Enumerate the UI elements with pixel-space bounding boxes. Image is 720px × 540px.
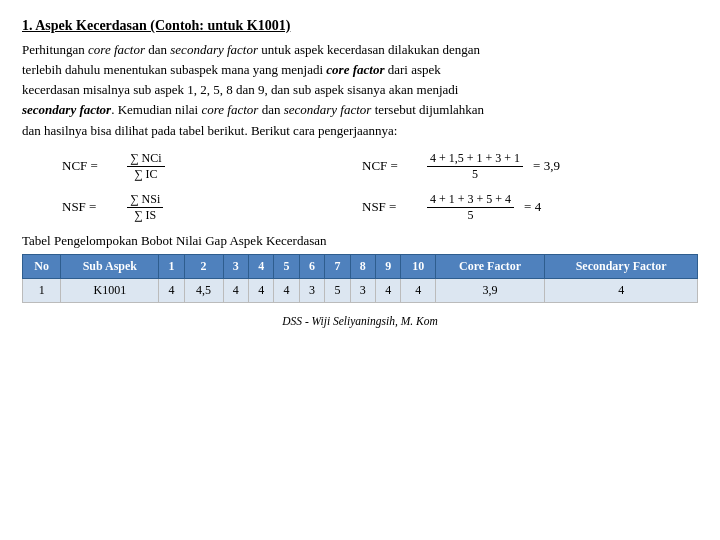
table-header-cell: 6 bbox=[299, 254, 324, 278]
para-and2: dan bbox=[258, 102, 283, 117]
para-text-2: terlebih dahulu menentukan subaspek mana… bbox=[22, 62, 326, 77]
core-factor-bold1: core factor bbox=[326, 62, 384, 77]
ncf-numeric-denom: 5 bbox=[469, 167, 481, 182]
ncf-numeric-fraction: 4 + 1,5 + 1 + 3 + 1 5 bbox=[427, 151, 523, 182]
table-cell: 4,5 bbox=[184, 278, 223, 302]
nsf-label: NSF = bbox=[62, 199, 117, 215]
nsf-numeric-fraction: 4 + 1 + 3 + 5 + 4 5 bbox=[427, 192, 514, 223]
table-header-row: NoSub Aspek12345678910Core FactorSeconda… bbox=[23, 254, 698, 278]
table-cell: 4 bbox=[376, 278, 401, 302]
para-rest1: untuk aspek kecerdasan dilakukan dengan bbox=[258, 42, 480, 57]
para-rest3: . Kemudian nilai bbox=[111, 102, 201, 117]
table-header-cell: 5 bbox=[274, 254, 299, 278]
table-header-cell: 9 bbox=[376, 254, 401, 278]
table-body: 1K100144,5444353443,94 bbox=[23, 278, 698, 302]
ncf-eq2-label: NCF = bbox=[362, 158, 417, 174]
table-header-cell: 3 bbox=[223, 254, 248, 278]
table-header-cell: 10 bbox=[401, 254, 435, 278]
table-row: 1K100144,5444353443,94 bbox=[23, 278, 698, 302]
table-caption: Tabel Pengelompokan Bobot Nilai Gap Aspe… bbox=[22, 233, 698, 249]
table-cell: 4 bbox=[223, 278, 248, 302]
nsf-eq2-label: NSF = bbox=[362, 199, 417, 215]
secondary-factor-bold1: secondary factor bbox=[22, 102, 111, 117]
table-header-cell: 1 bbox=[159, 254, 184, 278]
para-and1: dan bbox=[145, 42, 170, 57]
table-cell: 3 bbox=[299, 278, 324, 302]
nsf-result: = 4 bbox=[524, 199, 541, 215]
ncf-label: NCF = bbox=[62, 158, 117, 174]
table-header: NoSub Aspek12345678910Core FactorSeconda… bbox=[23, 254, 698, 278]
nsf-symbolic-line: NSF = ∑ NSi ∑ IS bbox=[62, 192, 342, 223]
para-text-1: Perhitungan bbox=[22, 42, 88, 57]
ncf-numeric-numer: 4 + 1,5 + 1 + 3 + 1 bbox=[427, 151, 523, 167]
table-header-cell: 7 bbox=[325, 254, 350, 278]
footer-text: DSS - Wiji Seliyaningsih, M. Kom bbox=[22, 315, 698, 327]
nsf-fraction: ∑ NSi ∑ IS bbox=[127, 192, 163, 223]
para-text-3: kecerdasan misalnya sub aspek 1, 2, 5, 8… bbox=[22, 82, 458, 97]
ncf-result: = 3,9 bbox=[533, 158, 560, 174]
section-title: 1. Aspek Kecerdasan (Contoh: untuk K1001… bbox=[22, 18, 698, 34]
nsf-numeric-denom: 5 bbox=[465, 208, 477, 223]
ncf-fraction-numer: ∑ NCi bbox=[127, 151, 165, 167]
para-rest2: dari aspek bbox=[384, 62, 440, 77]
para-text-4: dan hasilnya bisa dilihat pada tabel ber… bbox=[22, 123, 397, 138]
table-header-cell: No bbox=[23, 254, 61, 278]
gap-table: NoSub Aspek12345678910Core FactorSeconda… bbox=[22, 254, 698, 303]
table-header-cell: Secondary Factor bbox=[545, 254, 698, 278]
nsf-numeric-numer: 4 + 1 + 3 + 5 + 4 bbox=[427, 192, 514, 208]
ncf-fraction: ∑ NCi ∑ IC bbox=[127, 151, 165, 182]
nsf-fraction-denom: ∑ IS bbox=[131, 208, 159, 223]
formula-symbolic-block: NCF = ∑ NCi ∑ IC NSF = ∑ NSi ∑ IS bbox=[22, 151, 342, 223]
table-cell: 1 bbox=[23, 278, 61, 302]
table-cell: 4 bbox=[401, 278, 435, 302]
table-header-cell: 4 bbox=[248, 254, 273, 278]
ncf-symbolic-line: NCF = ∑ NCi ∑ IC bbox=[62, 151, 342, 182]
core-factor-ref3: core factor bbox=[201, 102, 258, 117]
formula-numeric-block: NCF = 4 + 1,5 + 1 + 3 + 1 5 = 3,9 NSF = … bbox=[342, 151, 622, 223]
table-cell: 3,9 bbox=[435, 278, 544, 302]
table-cell: K1001 bbox=[61, 278, 159, 302]
nsf-numeric-line: NSF = 4 + 1 + 3 + 5 + 4 5 = 4 bbox=[362, 192, 622, 223]
ncf-numeric-line: NCF = 4 + 1,5 + 1 + 3 + 1 5 = 3,9 bbox=[362, 151, 622, 182]
ncf-fraction-denom: ∑ IC bbox=[131, 167, 161, 182]
table-header-cell: 2 bbox=[184, 254, 223, 278]
para-rest4: tersebut dijumlahkan bbox=[371, 102, 484, 117]
table-cell: 5 bbox=[325, 278, 350, 302]
table-cell: 4 bbox=[545, 278, 698, 302]
table-cell: 4 bbox=[159, 278, 184, 302]
table-cell: 4 bbox=[274, 278, 299, 302]
secondary-factor-ref1: secondary factor bbox=[170, 42, 258, 57]
table-header-cell: 8 bbox=[350, 254, 375, 278]
nsf-fraction-numer: ∑ NSi bbox=[127, 192, 163, 208]
table-header-cell: Sub Aspek bbox=[61, 254, 159, 278]
table-cell: 3 bbox=[350, 278, 375, 302]
description-paragraph: Perhitungan core factor dan secondary fa… bbox=[22, 40, 698, 141]
secondary-factor-ref3: secondary factor bbox=[284, 102, 372, 117]
table-header-cell: Core Factor bbox=[435, 254, 544, 278]
formulas-section: NCF = ∑ NCi ∑ IC NSF = ∑ NSi ∑ IS NCF = … bbox=[22, 151, 698, 223]
core-factor-ref1: core factor bbox=[88, 42, 145, 57]
table-cell: 4 bbox=[248, 278, 273, 302]
